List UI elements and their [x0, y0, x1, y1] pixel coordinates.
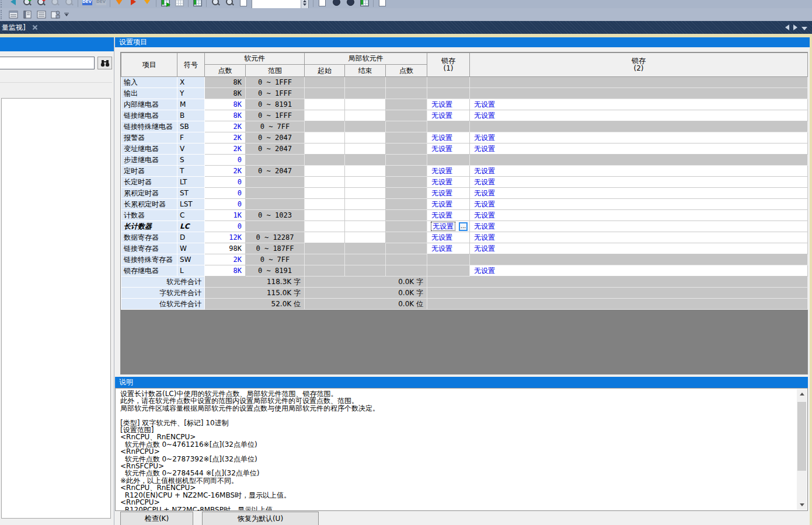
cell-latch2-C[interactable]: 无设置 [470, 210, 808, 221]
cell-symbol-ST[interactable]: ST [177, 188, 205, 199]
cell-item-B[interactable]: 链接继电器 [121, 110, 177, 121]
cell-symbol-V[interactable]: V [177, 144, 205, 155]
cell-points-L[interactable]: 8K [205, 265, 246, 276]
cell-points-F[interactable]: 2K [205, 132, 246, 144]
device-display-icon[interactable]: DEV [80, 0, 94, 8]
cell-symbol-T[interactable]: T [177, 166, 205, 177]
cell-symbol-S[interactable]: S [177, 155, 205, 166]
cell-end-F[interactable] [345, 132, 386, 144]
cell-points-ST[interactable]: 0 [205, 188, 246, 199]
cell-symbol-M[interactable]: M [177, 99, 205, 110]
cell-points-LT[interactable]: 0 [205, 177, 246, 188]
cell-item-L[interactable]: 锁存继电器 [121, 265, 177, 276]
cell-end-LC[interactable] [345, 221, 386, 232]
cell-latch2-L[interactable]: 无设置 [470, 265, 808, 276]
cell-latch2-LC[interactable]: 无设置 [470, 221, 808, 232]
cell-end-T[interactable] [345, 166, 386, 177]
cell-item-C[interactable]: 计数器 [121, 210, 177, 221]
cell-latch2-F[interactable]: 无设置 [470, 132, 808, 144]
cell-points-SB[interactable]: 2K [205, 121, 246, 132]
restore-default-button[interactable]: 恢复为默认(U) [202, 512, 319, 525]
cell-symbol-W[interactable]: W [177, 243, 205, 254]
cell-item-SB[interactable]: 链接特殊继电器 [121, 121, 177, 132]
cell-symbol-LT[interactable]: LT [177, 177, 205, 188]
cell-latch2-B[interactable]: 无设置 [470, 110, 808, 121]
cell-symbol-C[interactable]: C [177, 210, 205, 221]
cell-end-ST[interactable] [345, 188, 386, 199]
check-button[interactable]: 检查(K) [120, 512, 193, 525]
cell-latch2-V[interactable]: 无设置 [470, 144, 808, 155]
cell-points-LC[interactable]: 0 [205, 221, 246, 232]
cell-latch1-LT[interactable]: 无设置 [427, 177, 470, 188]
cell-symbol-L[interactable]: L [177, 265, 205, 276]
latch-detail-ellipsis-button[interactable]: ... [459, 222, 468, 231]
nav-back-icon[interactable] [6, 0, 20, 8]
cell-start-V[interactable] [305, 144, 345, 155]
cell-start-LST[interactable] [305, 199, 345, 210]
cell-start-M[interactable] [305, 99, 345, 110]
cell-latch1-F[interactable]: 无设置 [427, 132, 470, 144]
cell-start-C[interactable] [305, 210, 345, 221]
cell-item-Y[interactable]: 输出 [121, 88, 177, 99]
cell-end-LT[interactable] [345, 177, 386, 188]
cell-latch1-ST[interactable]: 无设置 [427, 188, 470, 199]
cell-start-T[interactable] [305, 166, 345, 177]
cell-latch2-D[interactable]: 无设置 [470, 232, 808, 243]
cell-item-X[interactable]: 输入 [121, 77, 177, 88]
cell-item-SW[interactable]: 链接特殊寄存器 [121, 254, 177, 265]
cell-latch1-C[interactable]: 无设置 [427, 210, 470, 221]
zoom-in-green-icon[interactable] [20, 0, 34, 8]
cell-points-V[interactable]: 2K [205, 144, 246, 155]
cell-latch1-LC[interactable]: 无设置... [427, 221, 470, 232]
cell-end-B[interactable] [345, 110, 386, 121]
cell-points-B[interactable]: 8K [205, 110, 246, 121]
watch-window-icon[interactable] [6, 9, 20, 20]
cell-start-D[interactable] [305, 232, 345, 243]
cell-latch1-T[interactable]: 无设置 [427, 166, 470, 177]
cell-start-ST[interactable] [305, 188, 345, 199]
cell-item-LC[interactable]: 长计数器 [121, 221, 177, 232]
cell-points-T[interactable]: 2K [205, 166, 246, 177]
zoom-out-icon[interactable] [222, 0, 236, 8]
cell-item-V[interactable]: 变址继电器 [121, 144, 177, 155]
cell-start-B[interactable] [305, 110, 345, 121]
cell-symbol-B[interactable]: B [177, 110, 205, 121]
left-panel-list-box[interactable] [1, 98, 111, 519]
note-scrollbar[interactable] [797, 389, 807, 510]
cell-latch1-V[interactable]: 无设置 [427, 144, 470, 155]
grid-green2-icon[interactable] [357, 0, 371, 8]
cell-latch2-LT[interactable]: 无设置 [470, 177, 808, 188]
device-comment-book-icon[interactable] [20, 9, 34, 20]
write-icon[interactable] [126, 0, 140, 8]
cell-latch1-B[interactable]: 无设置 [427, 110, 470, 121]
tab-scroll-right-icon[interactable] [793, 24, 797, 30]
cell-points-C[interactable]: 1K [205, 210, 246, 221]
cell-end-M[interactable] [345, 99, 386, 110]
record-icon[interactable] [329, 0, 343, 8]
cell-symbol-LST[interactable]: LST [177, 199, 205, 210]
cell-symbol-LC[interactable]: LC [177, 221, 205, 232]
zoom-level-combo[interactable] [252, 0, 309, 8]
zoom-out-red-icon[interactable] [34, 0, 48, 8]
cell-latch1-LST[interactable]: 无设置 [427, 199, 470, 210]
latch-setting-link-selected[interactable]: 无设置 [431, 222, 455, 230]
cell-symbol-SW[interactable]: SW [177, 254, 205, 265]
cell-points-SW[interactable]: 2K [205, 254, 246, 265]
cell-points-S[interactable]: 0 [205, 155, 246, 166]
refresh-icon[interactable] [315, 0, 329, 8]
cell-points-M[interactable]: 8K [205, 99, 246, 110]
watch-grid-icon[interactable] [190, 0, 204, 8]
statement-list-icon[interactable] [34, 9, 48, 20]
spinner-updown-icon[interactable] [301, 0, 308, 8]
search-input[interactable] [0, 57, 96, 70]
cell-start-LC[interactable] [305, 221, 345, 232]
cell-symbol-SB[interactable]: SB [177, 121, 205, 132]
cell-item-W[interactable]: 链接寄存器 [121, 243, 177, 254]
cell-item-LST[interactable]: 长累积定时器 [121, 199, 177, 210]
zoom-in-icon[interactable] [208, 0, 222, 8]
cell-latch2-ST[interactable]: 无设置 [470, 188, 808, 199]
cell-latch2-M[interactable]: 无设置 [470, 99, 808, 110]
cell-latch2-W[interactable]: 无设置 [470, 243, 808, 254]
cell-points-W[interactable]: 98K [205, 243, 246, 254]
cell-item-S[interactable]: 步进继电器 [121, 155, 177, 166]
